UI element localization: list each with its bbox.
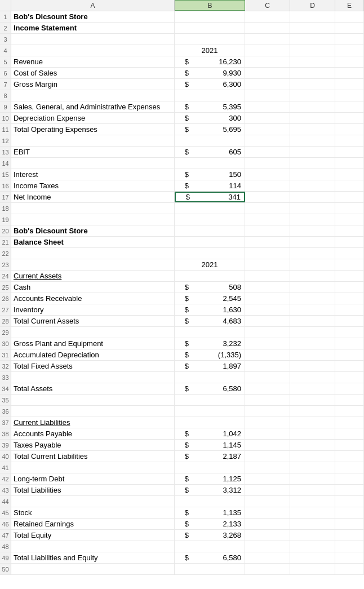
cell-c[interactable]	[245, 90, 290, 101]
cell-c[interactable]	[245, 507, 290, 518]
cell-c[interactable]	[245, 248, 290, 259]
cell-d[interactable]	[290, 158, 335, 169]
cell-b[interactable]: $6,580	[175, 552, 245, 563]
cell-e[interactable]	[335, 214, 364, 225]
table-row[interactable]: 50	[0, 564, 364, 575]
cell-b[interactable]: $1,145	[175, 440, 245, 450]
cell-a[interactable]: Accounts Receivable	[11, 293, 175, 304]
table-row[interactable]: 5Revenue$16,230	[0, 56, 364, 68]
cell-a[interactable]: Taxes Payable	[11, 440, 175, 450]
cell-e[interactable]	[335, 259, 364, 270]
cell-b[interactable]	[175, 214, 245, 225]
cell-c[interactable]	[245, 338, 290, 349]
cell-b[interactable]	[175, 225, 245, 236]
cell-e[interactable]	[335, 23, 364, 33]
cell-e[interactable]	[335, 158, 364, 169]
cell-a[interactable]: Total Liabilities and Equity	[11, 552, 175, 563]
cell-b[interactable]	[175, 406, 245, 417]
cell-a[interactable]: Total Current Assets	[11, 316, 175, 326]
cell-c[interactable]	[245, 271, 290, 281]
cell-e[interactable]	[335, 541, 364, 552]
cell-c[interactable]	[245, 530, 290, 541]
cell-d[interactable]	[290, 248, 335, 259]
table-row[interactable]: 37Current Liabilities	[0, 417, 364, 428]
cell-d[interactable]	[290, 135, 335, 146]
table-row[interactable]: 32Total Fixed Assets$1,897	[0, 361, 364, 372]
cell-d[interactable]	[290, 113, 335, 123]
cell-d[interactable]	[290, 564, 335, 574]
cell-c[interactable]	[245, 496, 290, 507]
table-row[interactable]: 39Taxes Payable$1,145	[0, 440, 364, 451]
table-row[interactable]: 8	[0, 90, 364, 101]
cell-d[interactable]	[290, 180, 335, 191]
cell-b[interactable]	[175, 203, 245, 214]
table-row[interactable]: 28Total Current Assets$4,683	[0, 316, 364, 327]
cell-a[interactable]	[11, 34, 175, 45]
cell-c[interactable]	[245, 225, 290, 236]
cell-a[interactable]: Cost of Sales	[11, 68, 175, 78]
cell-a[interactable]	[11, 462, 175, 473]
cell-d[interactable]	[290, 507, 335, 518]
cell-a[interactable]: Depreciation Expense	[11, 113, 175, 123]
cell-a[interactable]	[11, 135, 175, 146]
table-row[interactable]: 45Stock$1,135	[0, 507, 364, 519]
cell-d[interactable]	[290, 56, 335, 67]
table-row[interactable]: 13EBIT$605	[0, 147, 364, 158]
cell-d[interactable]	[290, 338, 335, 349]
cell-a[interactable]	[11, 496, 175, 507]
cell-d[interactable]	[290, 68, 335, 78]
cell-b[interactable]	[175, 237, 245, 247]
cell-d[interactable]	[290, 34, 335, 45]
table-row[interactable]: 11Total Operating Expenses$5,695	[0, 124, 364, 135]
cell-d[interactable]	[290, 304, 335, 315]
col-header-a[interactable]: A	[11, 0, 175, 11]
cell-d[interactable]	[290, 259, 335, 270]
table-row[interactable]: 29	[0, 327, 364, 338]
col-header-b[interactable]: B	[175, 0, 245, 11]
cell-c[interactable]	[245, 485, 290, 495]
cell-d[interactable]	[290, 440, 335, 450]
cell-b[interactable]: $114	[175, 180, 245, 191]
cell-e[interactable]	[335, 349, 364, 360]
cell-c[interactable]	[245, 372, 290, 383]
cell-c[interactable]	[245, 259, 290, 270]
cell-a[interactable]: Sales, General, and Administrative Expen…	[11, 101, 175, 112]
cell-a[interactable]: Income Statement	[11, 23, 175, 33]
cell-d[interactable]	[290, 90, 335, 101]
cell-e[interactable]	[335, 147, 364, 157]
cell-b[interactable]: 2021	[175, 259, 245, 270]
cell-e[interactable]	[335, 519, 364, 529]
cell-b[interactable]: $3,232	[175, 338, 245, 349]
cell-e[interactable]	[335, 101, 364, 112]
cell-e[interactable]	[335, 316, 364, 326]
cell-d[interactable]	[290, 316, 335, 326]
cell-e[interactable]	[335, 169, 364, 180]
cell-d[interactable]	[290, 496, 335, 507]
cell-e[interactable]	[335, 68, 364, 78]
cell-d[interactable]	[290, 124, 335, 135]
cell-e[interactable]	[335, 361, 364, 371]
cell-c[interactable]	[245, 79, 290, 90]
cell-c[interactable]	[245, 124, 290, 135]
cell-a[interactable]: Income Taxes	[11, 180, 175, 191]
cell-b[interactable]: $5,695	[175, 124, 245, 135]
cell-c[interactable]	[245, 282, 290, 293]
cell-a[interactable]	[11, 406, 175, 417]
cell-a[interactable]	[11, 327, 175, 338]
cell-e[interactable]	[335, 485, 364, 495]
cell-c[interactable]	[245, 147, 290, 157]
table-row[interactable]: 42021	[0, 45, 364, 56]
cell-d[interactable]	[290, 327, 335, 338]
cell-b[interactable]: $16,230	[175, 56, 245, 67]
cell-e[interactable]	[335, 473, 364, 484]
cell-b[interactable]: $1,125	[175, 473, 245, 484]
cell-c[interactable]	[245, 383, 290, 394]
cell-c[interactable]	[245, 473, 290, 484]
cell-a[interactable]: Bob's Dicsount Store	[11, 225, 175, 236]
cell-a[interactable]	[11, 564, 175, 574]
cell-e[interactable]	[335, 135, 364, 146]
cell-b[interactable]	[175, 23, 245, 33]
cell-c[interactable]	[245, 417, 290, 428]
cell-c[interactable]	[245, 304, 290, 315]
cell-d[interactable]	[290, 451, 335, 462]
